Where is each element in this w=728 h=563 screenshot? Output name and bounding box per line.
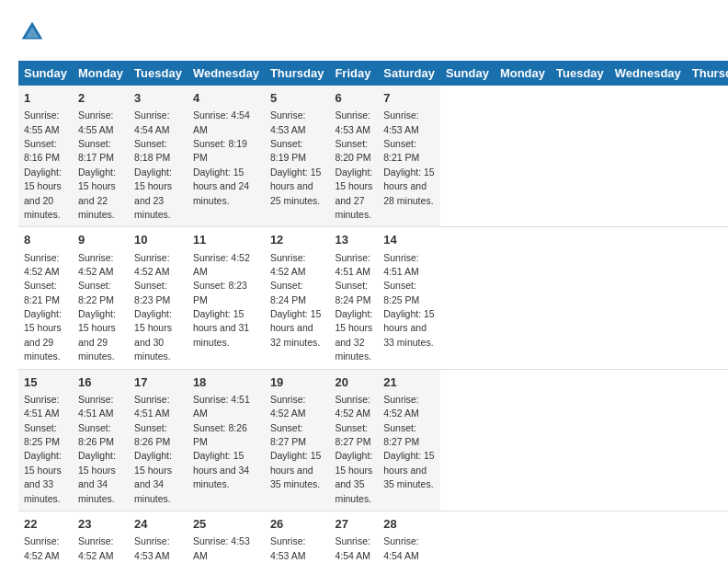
day-cell: 16Sunrise: 4:51 AMSunset: 8:26 PMDayligh…: [73, 369, 129, 511]
col-header-wednesday: Wednesday: [609, 61, 687, 86]
day-number: 20: [335, 374, 372, 391]
day-detail: Sunrise: 4:52 AMSunset: 8:27 PMDaylight:…: [383, 394, 434, 489]
day-cell: 10Sunrise: 4:52 AMSunset: 8:23 PMDayligh…: [129, 227, 188, 369]
week-row-2: 8Sunrise: 4:52 AMSunset: 8:21 PMDaylight…: [18, 227, 728, 369]
day-number: 25: [193, 516, 259, 533]
day-number: 18: [193, 374, 259, 391]
day-detail: Sunrise: 4:53 AMSunset: 8:28 PMDaylight:…: [270, 535, 321, 563]
day-number: 26: [270, 516, 324, 533]
day-cell: 15Sunrise: 4:51 AMSunset: 8:25 PMDayligh…: [18, 369, 73, 511]
day-detail: Sunrise: 4:51 AMSunset: 8:26 PMDaylight:…: [78, 394, 116, 504]
day-cell: 1Sunrise: 4:55 AMSunset: 8:16 PMDaylight…: [18, 86, 73, 227]
day-number: 4: [193, 90, 259, 107]
day-number: 15: [24, 374, 67, 391]
day-cell: 9Sunrise: 4:52 AMSunset: 8:22 PMDaylight…: [73, 227, 129, 369]
col-header-thursday: Thursday: [687, 61, 728, 86]
day-cell: 20Sunrise: 4:52 AMSunset: 8:27 PMDayligh…: [329, 369, 378, 511]
day-number: 27: [335, 516, 372, 533]
column-header-wednesday: Wednesday: [188, 61, 265, 86]
day-number: 24: [134, 516, 182, 533]
day-detail: Sunrise: 4:55 AMSunset: 8:16 PMDaylight:…: [24, 109, 62, 220]
day-detail: Sunrise: 4:52 AMSunset: 8:27 PMDaylight:…: [335, 394, 372, 504]
day-number: 19: [270, 374, 324, 391]
day-number: 5: [270, 90, 324, 107]
week-row-3: 15Sunrise: 4:51 AMSunset: 8:25 PMDayligh…: [18, 369, 728, 511]
week-row-1: 1Sunrise: 4:55 AMSunset: 8:16 PMDaylight…: [18, 86, 728, 227]
day-cell: 24Sunrise: 4:53 AMSunset: 8:28 PMDayligh…: [129, 511, 188, 563]
day-detail: Sunrise: 4:52 AMSunset: 8:23 PMDaylight:…: [134, 252, 172, 362]
day-detail: Sunrise: 4:54 AMSunset: 8:28 PMDaylight:…: [383, 535, 434, 563]
day-detail: Sunrise: 4:53 AMSunset: 8:28 PMDaylight:…: [134, 535, 172, 563]
logo-icon: [18, 18, 46, 46]
week-row-4: 22Sunrise: 4:52 AMSunset: 8:27 PMDayligh…: [18, 511, 728, 563]
logo: [18, 18, 50, 46]
day-number: 22: [24, 516, 67, 533]
day-cell: 25Sunrise: 4:53 AMSunset: 8:28 PMDayligh…: [188, 511, 265, 563]
day-cell: 8Sunrise: 4:52 AMSunset: 8:21 PMDaylight…: [18, 227, 73, 369]
day-detail: Sunrise: 4:51 AMSunset: 8:26 PMDaylight:…: [193, 394, 250, 489]
day-cell: 2Sunrise: 4:55 AMSunset: 8:17 PMDaylight…: [73, 86, 129, 227]
day-number: 7: [383, 90, 435, 107]
day-detail: Sunrise: 4:52 AMSunset: 8:23 PMDaylight:…: [193, 252, 250, 348]
day-number: 17: [134, 374, 182, 391]
calendar-table: SundayMondayTuesdayWednesdayThursdayFrid…: [18, 61, 728, 563]
day-number: 3: [134, 90, 182, 107]
day-detail: Sunrise: 4:54 AMSunset: 8:28 PMDaylight:…: [335, 535, 372, 563]
day-cell: 21Sunrise: 4:52 AMSunset: 8:27 PMDayligh…: [378, 369, 440, 511]
day-detail: Sunrise: 4:52 AMSunset: 8:28 PMDaylight:…: [78, 535, 116, 563]
day-detail: Sunrise: 4:53 AMSunset: 8:20 PMDaylight:…: [335, 109, 372, 220]
day-detail: Sunrise: 4:53 AMSunset: 8:21 PMDaylight:…: [383, 109, 434, 205]
day-cell: 13Sunrise: 4:51 AMSunset: 8:24 PMDayligh…: [329, 227, 378, 369]
day-detail: Sunrise: 4:53 AMSunset: 8:28 PMDaylight:…: [193, 535, 250, 563]
day-number: 23: [78, 516, 123, 533]
day-number: 9: [78, 232, 123, 248]
column-header-saturday: Saturday: [378, 61, 440, 86]
day-detail: Sunrise: 4:52 AMSunset: 8:21 PMDaylight:…: [24, 252, 62, 362]
day-number: 12: [270, 232, 324, 248]
day-detail: Sunrise: 4:54 AMSunset: 8:18 PMDaylight:…: [134, 109, 172, 220]
day-detail: Sunrise: 4:51 AMSunset: 8:24 PMDaylight:…: [335, 252, 372, 362]
column-header-friday: Friday: [329, 61, 378, 86]
col-header-tuesday: Tuesday: [551, 61, 609, 86]
column-header-sunday: Sunday: [18, 61, 73, 86]
day-cell: 3Sunrise: 4:54 AMSunset: 8:18 PMDaylight…: [129, 86, 188, 227]
day-cell: 23Sunrise: 4:52 AMSunset: 8:28 PMDayligh…: [73, 511, 129, 563]
day-number: 2: [78, 90, 123, 107]
day-number: 6: [335, 90, 372, 107]
day-number: 11: [193, 232, 259, 248]
day-cell: 22Sunrise: 4:52 AMSunset: 8:27 PMDayligh…: [18, 511, 73, 563]
day-cell: 7Sunrise: 4:53 AMSunset: 8:21 PMDaylight…: [378, 86, 440, 227]
column-header-thursday: Thursday: [265, 61, 330, 86]
day-detail: Sunrise: 4:52 AMSunset: 8:27 PMDaylight:…: [24, 535, 62, 563]
day-cell: 19Sunrise: 4:52 AMSunset: 8:27 PMDayligh…: [265, 369, 330, 511]
day-detail: Sunrise: 4:51 AMSunset: 8:25 PMDaylight:…: [24, 394, 62, 504]
day-detail: Sunrise: 4:54 AMSunset: 8:19 PMDaylight:…: [193, 109, 250, 205]
col-header-monday: Monday: [495, 61, 551, 86]
page-header: [18, 18, 710, 46]
day-cell: 11Sunrise: 4:52 AMSunset: 8:23 PMDayligh…: [188, 227, 265, 369]
day-detail: Sunrise: 4:51 AMSunset: 8:25 PMDaylight:…: [383, 252, 434, 348]
day-cell: 17Sunrise: 4:51 AMSunset: 8:26 PMDayligh…: [129, 369, 188, 511]
day-cell: 4Sunrise: 4:54 AMSunset: 8:19 PMDaylight…: [188, 86, 265, 227]
day-number: 8: [24, 232, 67, 248]
col-header-sunday: Sunday: [440, 61, 495, 86]
day-cell: 28Sunrise: 4:54 AMSunset: 8:28 PMDayligh…: [378, 511, 440, 563]
day-detail: Sunrise: 4:52 AMSunset: 8:22 PMDaylight:…: [78, 252, 116, 362]
day-cell: 27Sunrise: 4:54 AMSunset: 8:28 PMDayligh…: [329, 511, 378, 563]
day-detail: Sunrise: 4:55 AMSunset: 8:17 PMDaylight:…: [78, 109, 116, 220]
day-number: 16: [78, 374, 123, 391]
day-detail: Sunrise: 4:52 AMSunset: 8:27 PMDaylight:…: [270, 394, 321, 489]
day-detail: Sunrise: 4:52 AMSunset: 8:24 PMDaylight:…: [270, 252, 321, 348]
calendar-header-row: SundayMondayTuesdayWednesdayThursdayFrid…: [18, 61, 728, 86]
day-cell: 6Sunrise: 4:53 AMSunset: 8:20 PMDaylight…: [329, 86, 378, 227]
day-cell: 5Sunrise: 4:53 AMSunset: 8:19 PMDaylight…: [265, 86, 330, 227]
day-cell: 26Sunrise: 4:53 AMSunset: 8:28 PMDayligh…: [265, 511, 330, 563]
day-detail: Sunrise: 4:53 AMSunset: 8:19 PMDaylight:…: [270, 109, 321, 205]
day-number: 13: [335, 232, 372, 248]
day-number: 1: [24, 90, 67, 107]
day-number: 21: [383, 374, 435, 391]
column-header-monday: Monday: [73, 61, 129, 86]
day-cell: 18Sunrise: 4:51 AMSunset: 8:26 PMDayligh…: [188, 369, 265, 511]
column-header-tuesday: Tuesday: [129, 61, 188, 86]
day-cell: 14Sunrise: 4:51 AMSunset: 8:25 PMDayligh…: [378, 227, 440, 369]
